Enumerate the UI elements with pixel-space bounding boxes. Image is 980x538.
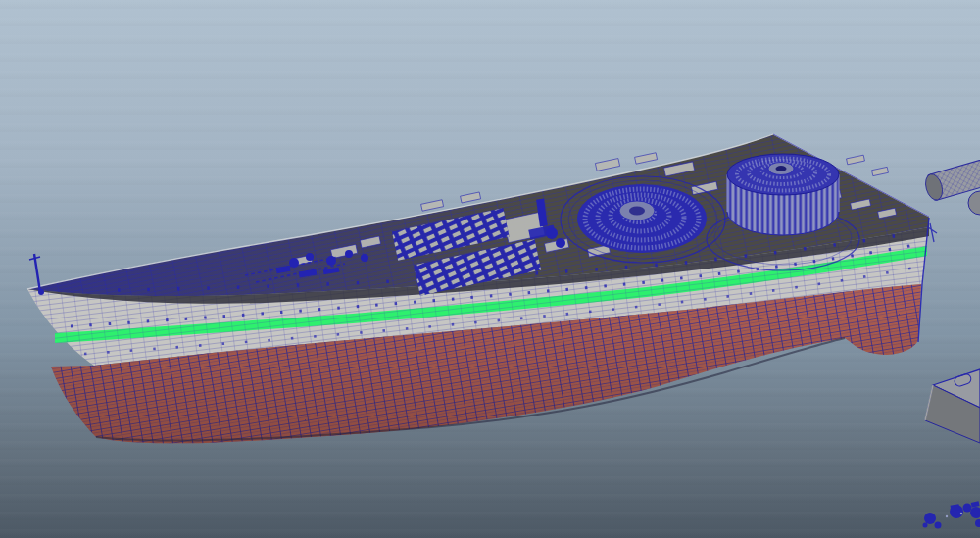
windlass-drum <box>306 253 314 261</box>
detached-round-part[interactable] <box>968 191 980 215</box>
viewport-canvas[interactable] <box>0 0 980 538</box>
deck-hatch[interactable] <box>595 159 619 171</box>
stern-small-wire-part <box>928 223 937 242</box>
small-part <box>924 513 936 524</box>
jackstaff-base <box>38 289 44 295</box>
deck-hatch[interactable] <box>421 200 444 211</box>
deck-hatch[interactable] <box>635 153 658 164</box>
barbette-disc-forward[interactable] <box>561 176 725 263</box>
disc-hub-hole <box>629 207 645 216</box>
3d-viewport[interactable] <box>0 0 980 538</box>
small-part <box>963 504 972 513</box>
windlass-drum <box>289 258 299 268</box>
deck-hatch[interactable] <box>847 155 865 165</box>
small-part <box>923 523 928 528</box>
small-part <box>935 522 942 529</box>
small-part-speck <box>960 513 962 514</box>
small-part <box>975 519 980 527</box>
winch <box>556 238 565 248</box>
small-wireframe-parts-cluster[interactable] <box>923 501 980 528</box>
battleship-model[interactable] <box>27 134 937 443</box>
windlass-drum <box>345 250 353 258</box>
windlass-drum <box>326 256 336 266</box>
detached-slab-part[interactable] <box>925 369 980 443</box>
windlass-drum <box>361 254 368 262</box>
deck-hatch[interactable] <box>461 192 481 203</box>
small-part-speck <box>946 515 948 517</box>
deck-hatch[interactable] <box>872 167 889 175</box>
small-part <box>970 507 980 518</box>
drum-hub-hole <box>776 166 787 171</box>
small-part <box>971 501 980 508</box>
